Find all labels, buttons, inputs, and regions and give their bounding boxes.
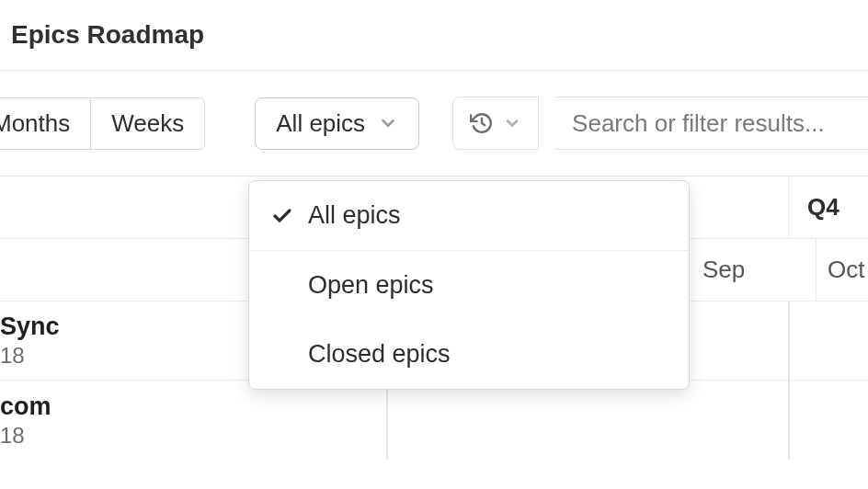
zoom-segmented-control: Months Weeks [0, 97, 205, 150]
zoom-weeks-label: Weeks [111, 109, 184, 138]
chevron-down-icon [503, 114, 521, 132]
toolbar: Months Weeks All epics [0, 71, 868, 176]
filter-option-all-epics[interactable]: All epics [249, 181, 689, 251]
history-icon [470, 111, 494, 135]
filter-option-label: Open epics [308, 271, 434, 300]
epic-title: com [0, 392, 868, 421]
timeline-quarter-q4: Q4 [788, 176, 868, 238]
timeline-month-oct: Oct [816, 239, 868, 301]
check-icon [271, 205, 308, 227]
epics-filter-dropdown-panel: All epics Open epics Closed epics [248, 180, 690, 390]
filter-option-label: All epics [308, 201, 401, 230]
zoom-weeks-button[interactable]: Weeks [90, 97, 205, 150]
history-dropdown-button[interactable] [452, 97, 539, 150]
page-title: Epics Roadmap [0, 0, 868, 71]
column-divider [788, 301, 790, 460]
filter-option-open-epics[interactable]: Open epics [249, 251, 689, 320]
chevron-down-icon [378, 113, 398, 133]
search-field-wrap [555, 97, 868, 150]
epic-subtitle: 18 [0, 423, 868, 449]
epics-filter-dropdown-button[interactable]: All epics [255, 97, 419, 150]
timeline-month-sep: Sep [689, 239, 816, 301]
search-input[interactable] [572, 109, 851, 138]
zoom-months-label: Months [0, 109, 70, 138]
epic-row[interactable]: com 18 [0, 381, 868, 460]
epics-filter-selected-label: All epics [276, 109, 365, 138]
zoom-months-button[interactable]: Months [0, 97, 90, 150]
filter-option-closed-epics[interactable]: Closed epics [249, 320, 689, 389]
filter-option-label: Closed epics [308, 340, 451, 369]
